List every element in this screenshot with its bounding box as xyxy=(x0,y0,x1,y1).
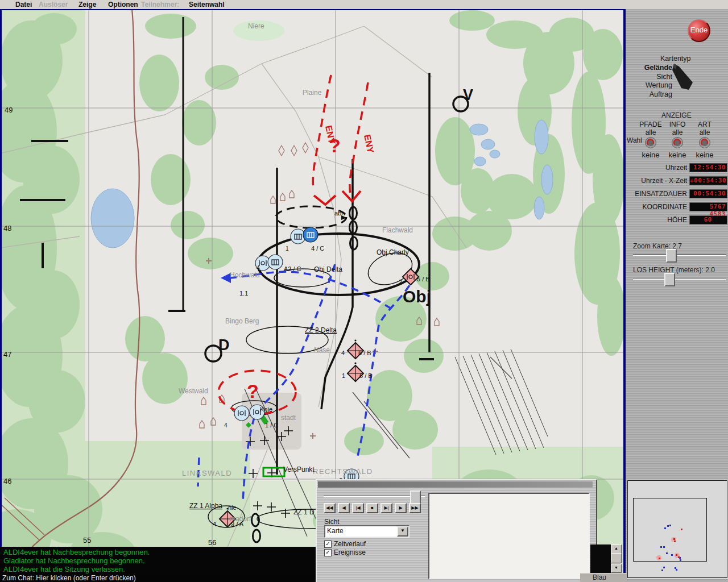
map-label: A2 / C xyxy=(284,265,301,272)
checkbox-ereignisse[interactable]: ✓ xyxy=(324,549,332,556)
map-label: ZZ 2 Delta xyxy=(305,326,337,334)
menu-item-optionen[interactable]: Optionen xyxy=(108,1,138,9)
rotary-knob-icon[interactable] xyxy=(698,136,711,149)
minimap-friendly-dot xyxy=(676,569,677,571)
minimap-friendly-dot xyxy=(663,567,665,568)
map-label: 56 xyxy=(208,538,216,547)
map-label: 46 xyxy=(3,477,11,485)
kartentyp-option-wertung[interactable]: Wertung xyxy=(630,81,672,89)
readout-uhrzeitxzeit: Uhrzeit - X-Zeit+00:54:30 xyxy=(626,177,727,185)
menu-item-auslser: Auslöser xyxy=(39,1,68,9)
map-label: Obj Delta xyxy=(314,265,342,273)
event-list[interactable] xyxy=(428,493,590,579)
map-label: ? xyxy=(329,135,341,156)
map-label: 55 xyxy=(83,536,91,544)
anzeige-column-art: ARTallekeine xyxy=(689,120,721,159)
kartentyp-option-gelände[interactable]: Gelände xyxy=(630,64,672,72)
map-label: 4 xyxy=(257,265,260,271)
stop-button[interactable]: ■ xyxy=(366,503,378,513)
fast-forward-button[interactable]: ▶▶ xyxy=(409,503,421,513)
map-label: Obj Charly xyxy=(377,248,409,256)
kartentyp-option-auftrag[interactable]: Auftrag xyxy=(630,90,672,98)
map-label: Hochwald xyxy=(230,271,260,279)
map-label: nie xyxy=(228,504,237,511)
combo-dropdown-icon[interactable]: ▼ xyxy=(397,526,408,537)
map-label: ? xyxy=(247,380,259,402)
scroll-down-icon[interactable]: ▼ xyxy=(611,564,622,573)
skip-to-end-button[interactable]: ▶| xyxy=(380,503,392,513)
team-strip: Blau xyxy=(580,573,627,582)
minimap-enemy-dot xyxy=(678,556,680,558)
minimap-friendly-dot xyxy=(680,559,681,561)
minimap-friendly-dot xyxy=(671,554,673,556)
readout-hhe: HÖHE60 xyxy=(626,216,727,224)
anzeige-col-name: ART xyxy=(689,120,721,128)
map-label: 49 xyxy=(5,106,13,114)
map-label: ZZ 1 D xyxy=(293,508,315,516)
rotary-knob-icon[interactable] xyxy=(644,136,657,149)
map-label: abn xyxy=(334,210,345,217)
play-button[interactable]: ▶ xyxy=(395,503,407,513)
minimap-friendly-dot xyxy=(667,525,669,527)
skip-to-start-button[interactable]: |◀ xyxy=(352,503,364,513)
slider-thumb[interactable] xyxy=(666,249,677,263)
menu-item-zeige[interactable]: Zeige xyxy=(78,1,96,9)
readout-display: 12:54:30 xyxy=(689,163,727,172)
playback-panel: ◀◀◀|◀■▶|▶▶▶ Sicht Karte ▼ ✓Zeitverlauf✓E… xyxy=(316,479,597,582)
map-label: Flachwald xyxy=(382,226,413,234)
application-window: 494847465556NierePlaineFlachwaldHochwald… xyxy=(0,0,728,582)
map-label: 4 xyxy=(224,422,228,429)
minimap-enemy-dot xyxy=(674,541,676,542)
scroll-up-icon[interactable]: ▲ xyxy=(611,544,622,554)
ende-button[interactable]: Ende xyxy=(688,19,710,42)
kartentyp-option-sicht[interactable]: Sicht xyxy=(630,73,672,81)
minimap-enemy-dot xyxy=(659,558,660,559)
readout-label: HÖHE xyxy=(667,216,687,224)
minimap[interactable] xyxy=(627,480,727,578)
readout-label: KOORDINATE xyxy=(643,203,687,211)
chat-message: ALDI4ever hat Nachbesprechung begonnen. xyxy=(0,548,316,556)
map-label: 48 xyxy=(3,224,11,232)
menu-item-teilnehmer: Teilnehmer: xyxy=(141,1,179,9)
checkbox-label: Zeitverlauf xyxy=(334,540,366,548)
menu-item-seitenwahl[interactable]: Seitenwahl xyxy=(189,1,225,9)
pen-cursor-icon xyxy=(672,64,696,91)
fast-rewind-button[interactable]: ◀◀ xyxy=(324,503,336,513)
view-select[interactable]: Karte ▼ xyxy=(324,525,410,538)
slider-track[interactable] xyxy=(633,278,726,280)
slider-track[interactable] xyxy=(633,254,726,256)
session-scrollbar[interactable]: ▲ ▼ xyxy=(611,544,621,573)
playback-titlebar[interactable] xyxy=(318,481,593,488)
chat-message: Gladiator hat Nachbesprechung begonnen. xyxy=(0,556,316,565)
minimap-viewport xyxy=(633,498,707,562)
scrollbar-thumb[interactable] xyxy=(611,553,622,563)
map-label: 6 / B xyxy=(358,350,371,356)
readout-value: +00:54:30 xyxy=(690,177,727,184)
checkbox-zeitverlauf[interactable]: ✓ xyxy=(324,541,332,548)
anzeige-col-top: alle xyxy=(689,128,721,136)
checkbox-label: Ereignisse xyxy=(334,548,366,556)
readout-display: +00:54:30 xyxy=(689,176,727,185)
readout-display: 5767 4583 xyxy=(689,202,727,211)
menu-item-datei[interactable]: Datei xyxy=(15,1,32,9)
chat-log: ALDI4ever hat Nachbesprechung begonnen.G… xyxy=(0,547,316,574)
map-label: D xyxy=(218,336,230,354)
map-label: Niere xyxy=(248,22,264,30)
menu-bar: DateiAuslöserZeigeOptionenTeilnehmer:Sei… xyxy=(0,0,728,9)
timeline-thumb[interactable] xyxy=(410,490,421,504)
rotary-knob-icon[interactable] xyxy=(671,136,684,149)
sicht-label: Sicht xyxy=(324,518,340,526)
chat-message: ALDI4ever hat die Sitzung verlassen. xyxy=(0,565,316,573)
friendly-unit-icon[interactable] xyxy=(268,255,283,269)
map-label: Plaine xyxy=(303,89,322,97)
map-label: 4 / C xyxy=(311,245,324,252)
play-backward-button[interactable]: ◀ xyxy=(338,503,350,513)
friendly-unit-icon[interactable] xyxy=(234,406,249,421)
minimap-friendly-dot xyxy=(664,527,666,529)
friendly-unit-icon-selected[interactable] xyxy=(303,227,318,242)
map-label: 5 / B xyxy=(417,276,430,282)
slider-thumb[interactable] xyxy=(664,273,675,286)
chat-status-bar[interactable]: Zum Chat: Hier klicken (oder Enter drück… xyxy=(0,574,316,582)
minimap-friendly-dot xyxy=(661,569,663,571)
map-label: Westwald xyxy=(179,387,208,395)
